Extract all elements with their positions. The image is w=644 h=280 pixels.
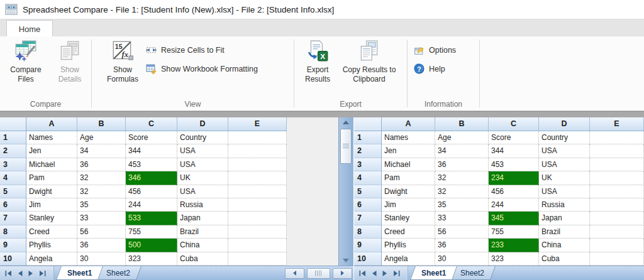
grid-cell-file2-B8[interactable]: 56: [435, 225, 489, 239]
grid-cell-file1-B1[interactable]: Age: [77, 131, 126, 144]
diff-cell-file1-C7[interactable]: 533: [126, 212, 177, 225]
grid-cell-file2-D6[interactable]: Russia: [539, 198, 590, 212]
column-header-D[interactable]: D: [177, 117, 228, 131]
grid-cell-file2-A10[interactable]: Angela: [382, 252, 435, 266]
grid-cell-file2-B10[interactable]: 30: [435, 252, 489, 266]
previous-sheet-button[interactable]: [372, 271, 377, 276]
grid-cell-file1-A10[interactable]: Angela: [26, 252, 77, 266]
column-header-B[interactable]: B: [77, 117, 126, 131]
grid-cell-file1-A2[interactable]: Jen: [26, 144, 77, 158]
select-all-corner[interactable]: [354, 117, 382, 131]
grid-cell-file2-D7[interactable]: Japan: [539, 212, 590, 225]
grid-cell-file2-B2[interactable]: 34: [435, 144, 489, 158]
column-header-E[interactable]: E: [228, 117, 287, 131]
grid-cell-file1-A6[interactable]: Jim: [26, 198, 77, 212]
grid-cell-file2-D3[interactable]: USA: [539, 158, 590, 171]
grid-cell-file1-B5[interactable]: 32: [77, 185, 126, 198]
grid-cell-file2-C5[interactable]: 456: [489, 185, 539, 198]
last-sheet-button[interactable]: [393, 271, 400, 276]
grid-cell-file1-D1[interactable]: Country: [177, 131, 228, 144]
compare-files-button[interactable]: Compare Files: [5, 40, 47, 84]
scroll-up-button[interactable]: [339, 117, 353, 127]
grid-cell-file2-B9[interactable]: 36: [435, 239, 489, 252]
sheet-tab-sheet1[interactable]: Sheet1: [410, 266, 457, 280]
row-header-6[interactable]: 6: [0, 198, 26, 212]
grid-cell-file1-E5[interactable]: [228, 185, 287, 198]
next-sheet-button[interactable]: [28, 271, 33, 276]
column-header-E[interactable]: E: [590, 117, 644, 131]
grid-cell-file2-D9[interactable]: China: [539, 239, 590, 252]
row-header-10[interactable]: 10: [0, 252, 26, 266]
grid-cell-file2-D10[interactable]: Cuba: [539, 252, 590, 266]
grid-cell-file2-E9[interactable]: [590, 239, 644, 252]
grid-cell-file1-E4[interactable]: [228, 171, 287, 185]
grid-cell-file2-C3[interactable]: 453: [489, 158, 539, 171]
row-header-8[interactable]: 8: [354, 225, 382, 239]
grid-cell-file2-A6[interactable]: Jim: [382, 198, 435, 212]
grid-cell-file2-C1[interactable]: Score: [489, 131, 539, 144]
show-workbook-formatting-button[interactable]: Show Workbook Formatting: [146, 61, 258, 77]
grid-cell-file2-A9[interactable]: Phyllis: [382, 239, 435, 252]
options-button[interactable]: Options: [414, 42, 456, 58]
grid-cell-file1-B3[interactable]: 36: [77, 158, 126, 171]
grid-cell-file2-D2[interactable]: USA: [539, 144, 590, 158]
row-header-7[interactable]: 7: [0, 212, 26, 225]
grid-cell-file1-C10[interactable]: 323: [126, 252, 177, 266]
last-sheet-button[interactable]: [39, 271, 46, 276]
scroll-right-button[interactable]: [333, 268, 352, 279]
grid-cell-file2-C8[interactable]: 755: [489, 225, 539, 239]
grid-cell-file1-B10[interactable]: 30: [77, 252, 126, 266]
row-header-2[interactable]: 2: [354, 144, 382, 158]
grid-cell-file1-D2[interactable]: USA: [177, 144, 228, 158]
scroll-left-button[interactable]: [285, 268, 304, 279]
row-header-8[interactable]: 8: [0, 225, 26, 239]
grid-cell-file1-D7[interactable]: Japan: [177, 212, 228, 225]
row-header-3[interactable]: 3: [354, 158, 382, 171]
horizontal-scroll-thumb[interactable]: [307, 268, 330, 279]
grid-cell-file1-C8[interactable]: 755: [126, 225, 177, 239]
grid-cell-file2-C10[interactable]: 323: [489, 252, 539, 266]
grid-cell-file1-C2[interactable]: 344: [126, 144, 177, 158]
grid-cell-file2-E3[interactable]: [590, 158, 644, 171]
grid-cell-file2-E5[interactable]: [590, 185, 644, 198]
grid-cell-file2-A8[interactable]: Creed: [382, 225, 435, 239]
grid-cell-file2-B4[interactable]: 32: [435, 171, 489, 185]
grid-cell-file1-A4[interactable]: Pam: [26, 171, 77, 185]
grid-cell-file1-A3[interactable]: Michael: [26, 158, 77, 171]
grid-cell-file2-B1[interactable]: Age: [435, 131, 489, 144]
diff-cell-file1-C4[interactable]: 346: [126, 171, 177, 185]
grid-cell-file2-E4[interactable]: [590, 171, 644, 185]
column-header-A[interactable]: A: [26, 117, 77, 131]
grid-cell-file2-E6[interactable]: [590, 198, 644, 212]
row-header-9[interactable]: 9: [354, 239, 382, 252]
grid-cell-file1-E6[interactable]: [228, 198, 287, 212]
row-header-4[interactable]: 4: [0, 171, 26, 185]
grid-cell-file2-D1[interactable]: Country: [539, 131, 590, 144]
grid-cell-file2-E2[interactable]: [590, 144, 644, 158]
grid-cell-file2-E10[interactable]: [590, 252, 644, 266]
sheet-tab-sheet1[interactable]: Sheet1: [56, 266, 103, 280]
column-header-B[interactable]: B: [435, 117, 489, 131]
grid-cell-file2-D5[interactable]: USA: [539, 185, 590, 198]
column-header-D[interactable]: D: [539, 117, 590, 131]
grid-cell-file1-E3[interactable]: [228, 158, 287, 171]
grid-cell-file1-A9[interactable]: Phyllis: [26, 239, 77, 252]
grid-cell-file1-B4[interactable]: 32: [77, 171, 126, 185]
copy-results-button[interactable]: Copy Results to Clipboard: [336, 40, 402, 84]
grid-cell-file2-C6[interactable]: 244: [489, 198, 539, 212]
row-header-7[interactable]: 7: [354, 212, 382, 225]
diff-cell-file1-C9[interactable]: 500: [126, 239, 177, 252]
row-header-5[interactable]: 5: [0, 185, 26, 198]
grid-cell-file2-B6[interactable]: 35: [435, 198, 489, 212]
grid-cell-file1-A8[interactable]: Creed: [26, 225, 77, 239]
grid-cell-file1-B8[interactable]: 56: [77, 225, 126, 239]
grid-cell-file2-E7[interactable]: [590, 212, 644, 225]
vertical-scroll-thumb[interactable]: [340, 129, 352, 164]
tab-home[interactable]: Home: [6, 20, 53, 37]
file1-vertical-scrollbar[interactable]: [338, 117, 353, 266]
row-header-1[interactable]: 1: [354, 131, 382, 144]
grid-cell-file1-D8[interactable]: Brazil: [177, 225, 228, 239]
scroll-down-button[interactable]: [339, 256, 353, 266]
grid-cell-file1-D5[interactable]: USA: [177, 185, 228, 198]
grid-cell-file1-C3[interactable]: 453: [126, 158, 177, 171]
